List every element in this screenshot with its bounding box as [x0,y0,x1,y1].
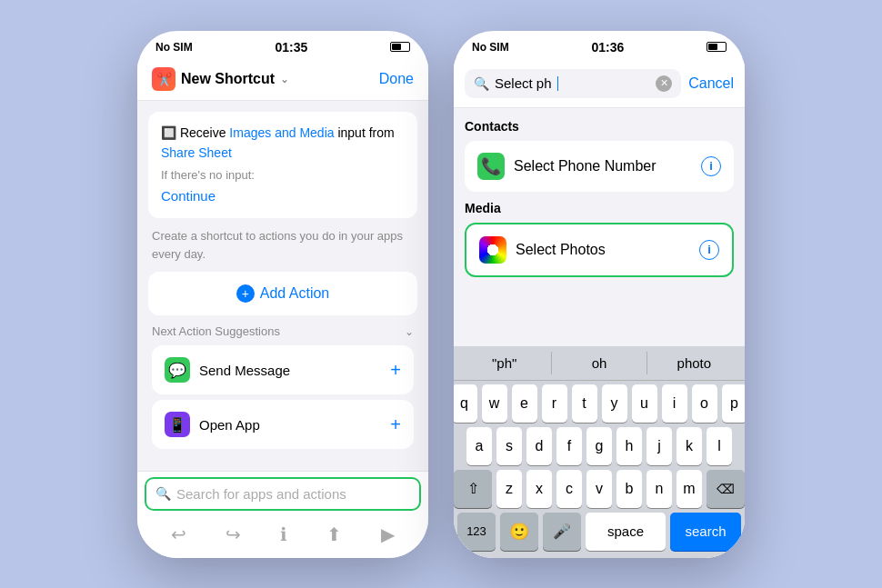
suggestion-oh[interactable]: oh [552,352,646,374]
add-action-button[interactable]: + Add Action [148,272,417,315]
add-send-message-icon[interactable]: + [390,360,401,381]
suggestion-left2: 📱 Open App [165,412,260,437]
send-message-label: Send Message [199,363,290,378]
phone2-carrier: No SIM [472,41,509,54]
key-row-1: q w e r t y u i o p [457,384,741,423]
add-action-plus-icon: + [236,284,255,303]
search-key[interactable]: search [670,513,741,551]
key-f[interactable]: f [556,427,582,465]
select-phone-number-label: Select Phone Number [514,158,656,174]
photos-icon [479,236,506,264]
key-l[interactable]: l [707,427,732,465]
contacts-section-title: Contacts [465,119,734,134]
play-icon[interactable]: ▶ [381,523,395,545]
num-key[interactable]: 123 [457,513,496,551]
phone2-content: 🔍 Select ph ✕ Cancel Contacts 📞 Select P… [454,60,745,558]
result-left-photos: Select Photos [479,236,606,264]
search-field[interactable]: 🔍 Select ph ✕ [465,69,681,98]
key-t[interactable]: t [572,384,597,423]
done-button[interactable]: Done [379,71,414,87]
mic-key[interactable]: 🎤 [543,513,581,551]
key-u[interactable]: u [632,384,657,423]
phone-info-button[interactable]: i [701,156,721,176]
suggestions-section: Next Action Suggestions ⌄ 💬 Send Message… [148,324,417,454]
suggestion-open-app[interactable]: 📱 Open App + [152,400,414,449]
share-icon[interactable]: ⬆ [326,523,342,545]
key-y[interactable]: y [602,384,627,423]
key-c[interactable]: c [556,470,582,508]
key-n[interactable]: n [646,470,672,508]
info-icon[interactable]: ℹ [280,523,287,545]
keyboard-bottom: 123 🙂 🎤 space search [454,513,745,558]
key-v[interactable]: v [586,470,612,508]
phone1-status-bar: No SIM 01:35 [137,31,428,60]
select-phone-number-item[interactable]: 📞 Select Phone Number i [465,141,734,192]
phone1-toolbar: ↩ ↪ ℹ ⬆ ▶ [137,516,428,558]
share-sheet-link[interactable]: Share Sheet [161,145,232,160]
phone1-carrier: No SIM [155,41,193,54]
receive-label: Receive [180,125,229,140]
key-i[interactable]: i [662,384,687,423]
space-key[interactable]: space [586,513,666,551]
key-s[interactable]: s [496,427,522,465]
continue-link[interactable]: Continue [161,185,405,207]
add-open-app-icon[interactable]: + [390,414,401,435]
phone1-content: ✂️ New Shortcut ⌄ Done 🔲 Receive Images … [137,60,428,558]
suggestion-left: 💬 Send Message [165,357,290,383]
phone1-header: ✂️ New Shortcut ⌄ Done [137,60,428,101]
undo-icon[interactable]: ↩ [171,523,186,545]
suggestion-send-message[interactable]: 💬 Send Message + [152,345,414,394]
shift-key[interactable]: ⇧ [454,470,492,508]
shortcut-icon: ✂️ [152,67,175,91]
key-w[interactable]: w [482,384,507,423]
key-e[interactable]: e [512,384,537,423]
key-a[interactable]: a [466,427,492,465]
photos-info-button[interactable]: i [699,240,719,260]
search-bar[interactable]: 🔍 Search for apps and actions [145,477,421,511]
phone2-status-icons [707,42,727,52]
chevron-down-icon[interactable]: ⌄ [280,73,289,85]
send-message-icon: 💬 [165,357,190,383]
backspace-key[interactable]: ⌫ [707,470,745,508]
result-left-phone: 📞 Select Phone Number [477,153,656,180]
key-d[interactable]: d [526,427,552,465]
description-text: Create a shortcut to actions you do in y… [148,227,417,263]
key-j[interactable]: j [646,427,672,465]
keyboard-suggestions: "ph" oh photo [454,346,745,381]
emoji-key[interactable]: 🙂 [500,513,538,551]
select-photos-item[interactable]: Select Photos i [465,223,734,277]
images-media-link[interactable]: Images and Media [229,125,334,140]
open-app-icon: 📱 [165,412,190,437]
redo-icon[interactable]: ↪ [226,523,241,545]
phone2-search-bar-container: 🔍 Select ph ✕ Cancel [454,60,745,108]
media-section-title: Media [465,201,734,215]
suggestion-ph[interactable]: "ph" [457,352,552,374]
cancel-button[interactable]: Cancel [688,75,734,92]
phone1-time: 01:35 [275,40,307,55]
key-p[interactable]: p [722,384,746,423]
key-r[interactable]: r [542,384,567,423]
action-card: 🔲 Receive Images and Media input from Sh… [148,112,417,219]
key-q[interactable]: q [454,384,477,423]
key-g[interactable]: g [586,427,612,465]
suggestions-title: Next Action Suggestions [152,324,280,338]
phone-contact-icon: 📞 [477,153,505,180]
key-rows: q w e r t y u i o p a s [454,381,745,508]
key-row-2: a s d f g h j k l [457,427,741,465]
input-from-label: input from [337,125,394,140]
key-o[interactable]: o [692,384,717,423]
suggestions-collapse-icon[interactable]: ⌄ [405,325,414,338]
no-input-label: If there's no input: [161,166,405,185]
key-h[interactable]: h [616,427,642,465]
key-k[interactable]: k [677,427,702,465]
text-cursor [557,76,559,91]
key-x[interactable]: x [526,470,552,508]
keyboard: "ph" oh photo q w e r t y u i [454,346,745,558]
search-placeholder: Search for apps and actions [176,486,346,502]
suggestion-photo[interactable]: photo [647,352,741,374]
key-b[interactable]: b [616,470,642,508]
key-z[interactable]: z [496,470,522,508]
key-m[interactable]: m [677,470,702,508]
key-row-3: ⇧ z x c v b n m ⌫ [457,470,741,508]
clear-search-button[interactable]: ✕ [656,75,672,92]
